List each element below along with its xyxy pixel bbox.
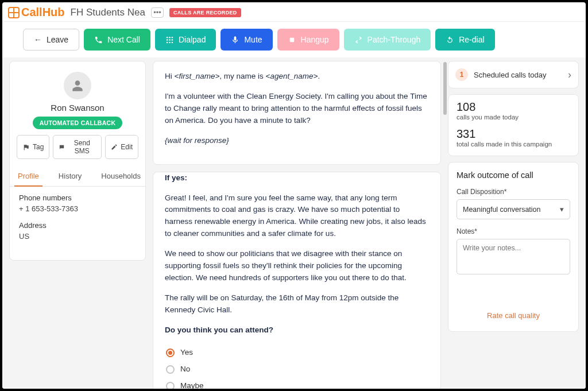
svg-point-2: [172, 36, 173, 38]
tab-profile[interactable]: Profile: [14, 166, 42, 186]
stat-today-lbl: calls you made today: [457, 114, 570, 121]
callback-chip: AUTOMATED CALLBACK: [33, 117, 123, 129]
patch-through-label: Patch-Through: [368, 35, 421, 44]
redial-icon: [446, 36, 454, 44]
contact-panel: Ron Swanson AUTOMATED CALLBACK Tag Send …: [9, 61, 146, 261]
option-maybe[interactable]: Maybe: [165, 378, 429, 389]
option-yes[interactable]: Yes: [165, 344, 429, 361]
svg-point-8: [172, 41, 173, 43]
script-column: Hi <first_name>, my name is <agent_name>…: [153, 61, 441, 382]
script-p5: The rally will be on Saturday, the 16th …: [165, 292, 429, 316]
notes-input[interactable]: [457, 239, 570, 274]
patch-through-button[interactable]: Patch-Through: [344, 29, 431, 51]
phone-label: Phone numbers: [19, 193, 136, 202]
scheduled-calls-card[interactable]: 1 Scheduled calls today ›: [448, 61, 579, 88]
transfer-icon: [354, 36, 363, 44]
edit-label: Edit: [121, 143, 133, 151]
svg-point-5: [172, 39, 173, 41]
tab-history[interactable]: History: [55, 166, 85, 186]
toolbar: ← Leave Next Call Dialpad Mute Hangup Pa…: [2, 22, 586, 57]
dialpad-label: Dialpad: [179, 35, 206, 44]
flag-icon: [22, 144, 30, 151]
rate-call-quality-link[interactable]: Rate call quality: [457, 311, 570, 320]
stat-today-num: 108: [457, 100, 570, 114]
campaign-menu-icon[interactable]: •••: [151, 7, 164, 18]
chevron-down-icon: ▾: [560, 205, 564, 214]
dialpad-button[interactable]: Dialpad: [155, 29, 216, 51]
tab-households[interactable]: Households: [98, 166, 144, 186]
svg-point-6: [167, 41, 168, 43]
leave-button[interactable]: ← Leave: [23, 29, 79, 51]
notes-label: Notes*: [457, 227, 570, 235]
pencil-icon: [111, 144, 118, 150]
svg-rect-9: [289, 37, 294, 42]
phone-icon: [94, 36, 103, 44]
campaign-name: FH Students Nea: [71, 7, 145, 18]
leave-label: Leave: [47, 35, 68, 44]
stat-total-num: 331: [457, 127, 570, 141]
script-question: Do you think you can attend?: [165, 326, 273, 334]
stat-total-lbl: total calls made in this campaign: [457, 141, 570, 148]
radio-icon: [166, 349, 175, 357]
scrollbar[interactable]: [443, 62, 447, 115]
topbar: CallHub FH Students Nea ••• CALLS ARE RE…: [2, 2, 586, 22]
tag-button[interactable]: Tag: [17, 135, 49, 159]
brand-name: CallHub: [21, 6, 65, 19]
logo: CallHub: [8, 6, 65, 19]
disposition-select[interactable]: Meaningful conversation ▾: [457, 199, 570, 219]
address-value: US: [19, 232, 136, 241]
redial-button[interactable]: Re-dial: [435, 29, 494, 51]
mic-icon: [231, 36, 239, 44]
leave-icon: ←: [34, 35, 42, 44]
disposition-value: Meaningful conversation: [463, 206, 541, 214]
svg-point-4: [169, 39, 171, 41]
tag-label: Tag: [33, 143, 44, 151]
svg-point-1: [169, 36, 171, 38]
phone-value: + 1 653-533-7363: [19, 204, 136, 213]
right-column: 1 Scheduled calls today › 108 calls you …: [448, 61, 579, 332]
option-no[interactable]: No: [165, 361, 429, 378]
option-maybe-label: Maybe: [180, 380, 204, 389]
script-p4: We need to show our politicians that we …: [165, 248, 429, 284]
person-icon: [70, 78, 85, 93]
address-label: Address: [19, 221, 136, 230]
scheduled-count: 1: [455, 68, 468, 81]
svg-point-3: [167, 39, 168, 41]
script-intro: Hi <first_name>, my name is <agent_name>…: [165, 71, 429, 83]
redial-label: Re-dial: [459, 35, 484, 44]
outcome-card: Mark outcome of call Call Disposition* M…: [448, 162, 579, 332]
mute-button[interactable]: Mute: [220, 29, 272, 51]
if-yes: If yes:: [165, 173, 187, 182]
script-panel-1: Hi <first_name>, my name is <agent_name>…: [153, 61, 441, 165]
script-p2: I'm a volunteer with the Clean Energy So…: [165, 91, 429, 127]
send-sms-button[interactable]: Send SMS: [53, 135, 102, 159]
recorded-badge: CALLS ARE RECORDED: [169, 8, 241, 17]
mute-label: Mute: [244, 35, 262, 44]
svg-point-7: [169, 41, 171, 43]
outcome-title: Mark outcome of call: [457, 171, 570, 180]
chevron-right-icon: ›: [568, 69, 571, 81]
scheduled-label: Scheduled calls today: [474, 71, 562, 79]
hangup-label: Hangup: [301, 35, 329, 44]
script-p3: Great! I feel, and I'm sure you feel the…: [165, 192, 429, 241]
option-no-label: No: [180, 363, 190, 375]
avatar: [64, 72, 91, 99]
radio-icon: [166, 365, 175, 374]
script-wait: {wait for response}: [165, 135, 429, 147]
sms-icon: [59, 144, 65, 151]
stats-card: 108 calls you made today 331 total calls…: [448, 94, 579, 156]
next-call-label: Next Call: [107, 35, 140, 44]
dialpad-icon: [165, 36, 174, 44]
hangup-button[interactable]: Hangup: [277, 29, 339, 51]
logo-icon: [8, 7, 20, 18]
disposition-label: Call Disposition*: [457, 188, 570, 196]
edit-button[interactable]: Edit: [105, 135, 138, 159]
svg-point-0: [167, 36, 168, 38]
script-panel-2: If yes: Great! I feel, and I'm sure you …: [153, 172, 441, 389]
radio-icon: [166, 382, 175, 389]
next-call-button[interactable]: Next Call: [84, 29, 150, 51]
hangup-icon: [288, 36, 296, 44]
contact-name: Ron Swanson: [10, 103, 145, 113]
option-yes-label: Yes: [180, 347, 193, 359]
sms-label: Send SMS: [68, 139, 96, 155]
